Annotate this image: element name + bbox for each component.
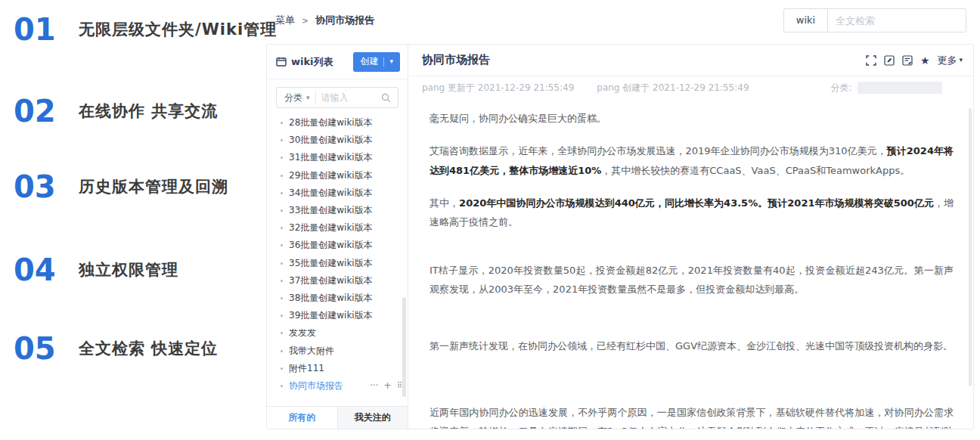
wiki-item-label: 32批量创建wiki版本 xyxy=(289,222,373,234)
tab-followed[interactable]: 我关注的 xyxy=(337,407,408,429)
wiki-list-item[interactable]: 39批量创建wiki版本 xyxy=(267,307,408,324)
star-icon[interactable]: ★ xyxy=(920,55,930,66)
more-button-label: 更多 xyxy=(937,54,957,67)
wiki-list-item[interactable]: 35批量创建wiki版本 xyxy=(267,255,408,272)
doc-header: 协同市场报告 xyxy=(408,45,973,76)
bullet-icon xyxy=(281,262,283,265)
feature-number: 01 xyxy=(14,12,59,47)
doc-text: 近两年国内协同办公的迅速发展，不外乎两个原因，一是国家信创政策背景下，基础软硬件… xyxy=(430,407,954,429)
wiki-panel: wiki列表 创建 ▾ 分类 ▾ xyxy=(266,44,974,429)
edit-icon[interactable] xyxy=(884,55,895,66)
wiki-list-item[interactable]: 37批量创建wiki版本 xyxy=(267,272,408,290)
doc-paragraph: 艾瑞咨询数据显示，近年来，全球协同办公市场发展迅速，2019年企业协同办公市场规… xyxy=(430,141,954,180)
feature-item: 04 独立权限管理 xyxy=(14,253,178,287)
wiki-list-item[interactable]: 我带大附件 xyxy=(267,342,408,359)
wiki-item-label: 我带大附件 xyxy=(289,345,334,358)
chevron-right-icon: > xyxy=(302,16,309,26)
bullet-icon xyxy=(281,315,283,317)
sidebar-title-label: wiki列表 xyxy=(291,55,333,69)
bullet-icon xyxy=(281,350,283,352)
wiki-list-item[interactable]: 34批量创建wiki版本 xyxy=(267,184,408,202)
wiki-list-item[interactable]: 协同市场报告 ··· + ⠿ xyxy=(267,377,408,395)
wiki-item-label: 35批量创建wiki版本 xyxy=(289,257,373,270)
breadcrumb-root[interactable]: 菜单 xyxy=(275,14,295,27)
meta-category: 分类: xyxy=(831,82,942,95)
doc-title: 协同市场报告 xyxy=(422,53,490,67)
feature-item: 03 历史版本管理及回溯 xyxy=(14,169,228,204)
meta-created: pang 创建于 2021-12-29 21:55:49 xyxy=(597,82,749,95)
wiki-item-label: 33批量创建wiki版本 xyxy=(289,204,373,217)
feature-item: 05 全文检索 快速定位 xyxy=(14,331,218,366)
bullet-icon xyxy=(281,156,283,159)
wiki-list-item[interactable]: 附件111 xyxy=(267,360,408,377)
wiki-list-icon xyxy=(276,57,287,67)
wiki-list-item[interactable]: 30批量创建wiki版本 xyxy=(267,132,408,149)
wiki-list-item[interactable]: 29批量创建wiki版本 xyxy=(267,167,408,184)
item-actions: ··· + ⠿ xyxy=(370,381,402,390)
search-icon[interactable] xyxy=(381,93,391,103)
export-version-icon[interactable] xyxy=(902,55,913,66)
bullet-icon xyxy=(281,244,283,246)
wiki-item-label: 附件111 xyxy=(289,362,324,375)
meta-category-value xyxy=(858,82,942,94)
wiki-list-item[interactable]: 28批量创建wiki版本 xyxy=(267,114,408,132)
doc-actions: ★ 更多 ▾ xyxy=(866,54,963,67)
wiki-list-item[interactable]: 33批量创建wiki版本 xyxy=(267,202,408,219)
wiki-list-item[interactable]: 发发发 xyxy=(267,324,408,342)
sidebar-title: wiki列表 xyxy=(276,55,333,69)
wiki-filter: 分类 ▾ xyxy=(276,87,399,108)
category-dropdown[interactable]: 分类 ▾ xyxy=(277,91,315,104)
wiki-item-label: 协同市场报告 xyxy=(289,380,343,392)
doc-paragraph: 毫无疑问，协同办公确实是巨大的蛋糕。 xyxy=(430,109,954,128)
breadcrumb-current: 协同市场报告 xyxy=(315,14,374,27)
feature-number: 05 xyxy=(14,331,59,366)
bullet-icon xyxy=(281,367,283,370)
wiki-item-label: 38批量创建wiki版本 xyxy=(289,292,373,305)
sidebar-tabs: 所有的 我关注的 xyxy=(267,406,408,429)
doc-text-bold: 2020年中国协同办公市场规模达到440亿元，同比增长率为43.5%。预计202… xyxy=(459,197,934,209)
meta-updated: pang 更新于 2021-12-29 21:55:49 xyxy=(422,82,574,95)
doc-scrollbar[interactable] xyxy=(969,108,972,386)
doc-text: IT桔子显示，2020年投资数量50起，投资金额超82亿元，2021年投资数量有… xyxy=(430,265,954,295)
ellipsis-icon[interactable]: ··· xyxy=(370,381,378,390)
wiki-item-label: 28批量创建wiki版本 xyxy=(289,116,373,129)
doc-meta: pang 更新于 2021-12-29 21:55:49 pang 创建于 20… xyxy=(408,76,973,99)
wiki-filter-input[interactable] xyxy=(316,92,381,103)
meta-category-label: 分类: xyxy=(831,82,852,95)
feature-number: 02 xyxy=(14,94,59,129)
chevron-down-icon: ▾ xyxy=(959,57,963,64)
search-scope-label[interactable]: wiki xyxy=(784,9,828,32)
wiki-item-label: 36批量创建wiki版本 xyxy=(289,239,373,252)
wiki-list-item[interactable]: 36批量创建wiki版本 xyxy=(267,237,408,254)
bullet-icon xyxy=(281,227,283,229)
feature-number: 04 xyxy=(14,253,59,287)
more-button[interactable]: 更多 ▾ xyxy=(937,54,963,67)
wiki-list-item[interactable]: 38批量创建wiki版本 xyxy=(267,290,408,307)
sidebar-scrollbar[interactable] xyxy=(402,297,406,397)
doc-paragraph: IT桔子显示，2020年投资数量50起，投资金额超82亿元，2021年投资数量有… xyxy=(430,261,954,299)
doc-paragraph: 其中，2020年中国协同办公市场规模达到440亿元，同比增长率为43.5%。预计… xyxy=(430,194,954,232)
create-button-label: 创建 xyxy=(360,55,378,68)
bullet-icon xyxy=(281,122,283,124)
feature-item: 02 在线协作 共享交流 xyxy=(14,94,218,129)
wiki-item-label: 29批量创建wiki版本 xyxy=(289,169,373,182)
wiki-list-item[interactable]: 32批量创建wiki版本 xyxy=(267,219,408,237)
feature-item: 01 无限层级文件夹/Wiki管理 xyxy=(14,12,277,47)
doc-text: 第一新声统计发现，在协同办公领域，已经有红杉中国、GGV纪源资本、金沙江创投、光… xyxy=(430,340,953,352)
search-input[interactable] xyxy=(828,15,966,26)
sidebar-header: wiki列表 创建 ▾ xyxy=(267,45,408,79)
create-button[interactable]: 创建 ▾ xyxy=(353,52,400,72)
fullscreen-icon[interactable] xyxy=(866,55,876,66)
bullet-icon xyxy=(281,175,283,177)
bullet-icon xyxy=(281,209,283,212)
bullet-icon xyxy=(281,385,283,387)
plus-icon[interactable]: + xyxy=(384,381,392,390)
doc-pane: 协同市场报告 xyxy=(408,45,973,429)
bullet-icon xyxy=(281,280,283,282)
wiki-list-item[interactable]: 31批量创建wiki版本 xyxy=(267,149,408,166)
tab-all[interactable]: 所有的 xyxy=(267,407,337,429)
drag-handle-icon[interactable]: ⠿ xyxy=(397,382,402,389)
doc-text: 艾瑞咨询数据显示，近年来，全球协同办公市场发展迅速，2019年企业协同办公市场规… xyxy=(430,145,887,156)
wiki-item-label: 30批量创建wiki版本 xyxy=(289,134,373,147)
topbar: 菜单 > 协同市场报告 wiki xyxy=(266,0,974,39)
